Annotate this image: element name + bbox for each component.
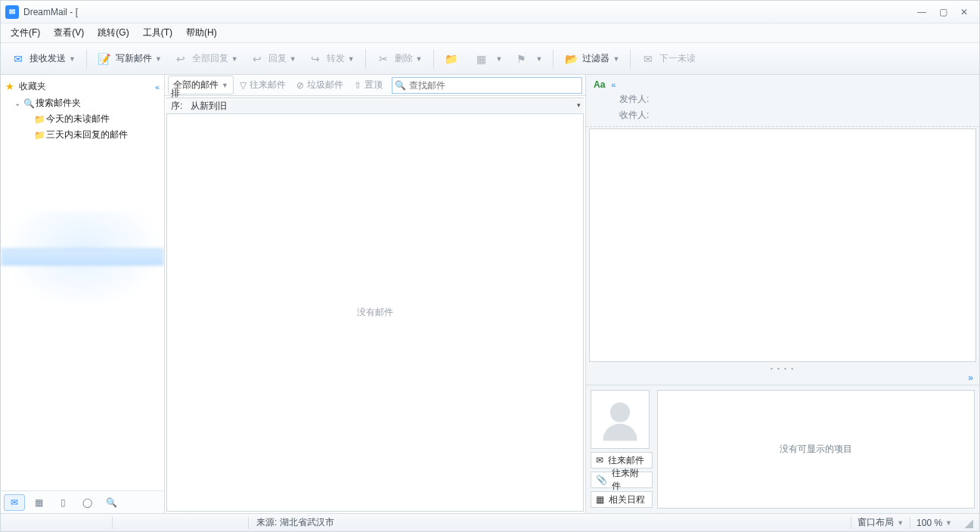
sidebar-tab-calendar[interactable]: ▦ bbox=[28, 494, 49, 511]
sendrecv-icon: ✉ bbox=[10, 51, 26, 67]
filter-button[interactable]: 📂 过滤器 ▼ bbox=[558, 47, 624, 71]
search-folders-node[interactable]: ⌄ 🔍 搜索邮件夹 bbox=[1, 95, 164, 111]
dropdown-icon: ▼ bbox=[69, 55, 76, 63]
main-body: ★ 收藏夹 « ⌄ 🔍 搜索邮件夹 📁 今天的未读邮件 📁 三天内未回复的邮件 bbox=[1, 75, 979, 513]
zoom-button[interactable]: 100 %▼ bbox=[910, 517, 958, 529]
close-button[interactable]: ✕ bbox=[954, 5, 975, 20]
window-title: DreamMail - [ bbox=[23, 7, 78, 17]
sidebar-tabs: ✉ ▦ ▯ ◯ 🔍 bbox=[1, 490, 164, 513]
toolbar-separator bbox=[433, 49, 434, 69]
sort-order[interactable]: 从新到旧 ▾ bbox=[191, 100, 584, 113]
delete-label: 删除 bbox=[395, 52, 413, 65]
reply-button[interactable]: ↩ 回复 ▼ bbox=[244, 47, 301, 71]
move-button[interactable]: 📁 bbox=[439, 47, 467, 71]
categorize-button[interactable]: ▦▼ bbox=[469, 47, 507, 71]
preview-body bbox=[589, 128, 976, 362]
preview-pane: Aa « 发件人: 收件人: • • • • » ✉往来邮件 📎往来附件 ▦相关… bbox=[586, 75, 979, 513]
contact-avatar bbox=[591, 390, 650, 449]
collapse-header-icon[interactable]: « bbox=[611, 80, 616, 89]
menu-go[interactable]: 跳转(G) bbox=[91, 24, 135, 42]
today-unread-folder[interactable]: 📁 今天的未读邮件 bbox=[1, 111, 164, 127]
dropdown-icon: ▼ bbox=[231, 55, 238, 63]
contact-tab-attach-label: 往来附件 bbox=[612, 467, 647, 493]
nextunread-button[interactable]: ✉ 下一未读 bbox=[635, 47, 700, 71]
category-icon: ▦ bbox=[473, 51, 490, 67]
funnel-icon: ▽ bbox=[240, 80, 247, 91]
maximize-button[interactable]: ▢ bbox=[932, 5, 954, 20]
dropdown-icon: ▼ bbox=[496, 55, 503, 63]
status-bar: 来源: 湖北省武汉市 窗口布局▼ 100 %▼ bbox=[1, 513, 979, 531]
dropdown-icon: ▼ bbox=[155, 55, 162, 63]
contact-tab-mail-label: 往来邮件 bbox=[608, 454, 644, 467]
app-window: ✉ DreamMail - [ — ▢ ✕ 文件(F) 查看(V) 跳转(G) … bbox=[0, 0, 980, 532]
pin-filter[interactable]: ⇧置顶 bbox=[349, 76, 387, 94]
reply-label: 回复 bbox=[268, 52, 287, 65]
favorites-header[interactable]: ★ 收藏夹 « bbox=[1, 78, 164, 95]
exchange-filter[interactable]: ▽往来邮件 bbox=[235, 76, 290, 94]
resize-grip[interactable] bbox=[963, 518, 973, 528]
font-size-icon[interactable]: Aa bbox=[594, 79, 605, 90]
search-icon: 🔍 bbox=[392, 80, 409, 91]
search-box[interactable]: 🔍 bbox=[392, 77, 582, 94]
replyall-button[interactable]: ↩ 全部回复 ▼ bbox=[168, 47, 243, 71]
dropdown-icon: ▼ bbox=[416, 55, 423, 63]
collapse-icon[interactable]: « bbox=[155, 82, 160, 91]
contact-tab-attach[interactable]: 📎往来附件 bbox=[591, 472, 653, 488]
replyall-label: 全部回复 bbox=[192, 52, 228, 65]
nextunread-icon: ✉ bbox=[640, 51, 656, 67]
junk-icon: ⊘ bbox=[296, 80, 304, 91]
sidebar-tab-web[interactable]: ◯ bbox=[76, 494, 98, 511]
exchange-label: 往来邮件 bbox=[250, 79, 286, 91]
splitter-horizontal[interactable]: • • • • bbox=[586, 365, 979, 371]
contact-tab-calendar[interactable]: ▦相关日程 bbox=[591, 491, 653, 508]
related-content: 没有可显示的项目 bbox=[657, 390, 975, 509]
forward-button[interactable]: ↪ 转发 ▼ bbox=[302, 47, 359, 71]
calendar-icon: ▦ bbox=[596, 494, 604, 505]
delete-icon: ✂ bbox=[375, 51, 392, 67]
folder-sidebar: ★ 收藏夹 « ⌄ 🔍 搜索邮件夹 📁 今天的未读邮件 📁 三天内未回复的邮件 bbox=[1, 75, 165, 513]
toolbar-separator bbox=[553, 49, 554, 69]
zoom-label: 100 % bbox=[916, 518, 942, 528]
layout-button[interactable]: 窗口布局▼ bbox=[851, 517, 910, 529]
delete-button[interactable]: ✂ 删除 ▼ bbox=[371, 47, 427, 71]
folder-icon: 📁 bbox=[33, 130, 46, 141]
status-source: 来源: 湖北省武汉市 bbox=[249, 517, 342, 529]
contact-tab-mail[interactable]: ✉往来邮件 bbox=[591, 452, 653, 469]
sidebar-tab-mail[interactable]: ✉ bbox=[4, 494, 25, 511]
pin-label: 置顶 bbox=[364, 79, 383, 91]
related-pane: ✉往来邮件 📎往来附件 ▦相关日程 没有可显示的项目 bbox=[586, 385, 979, 513]
search-folders-label: 搜索邮件夹 bbox=[36, 97, 81, 110]
filter-bar: 全部的邮件 ▼ ▽往来邮件 ⊘垃圾邮件 ⇧置顶 🔍 bbox=[165, 75, 585, 96]
related-empty-label: 没有可显示的项目 bbox=[780, 443, 852, 456]
menu-help[interactable]: 帮助(H) bbox=[179, 24, 224, 42]
forward-label: 转发 bbox=[327, 52, 345, 65]
contact-column: ✉往来邮件 📎往来附件 ▦相关日程 bbox=[591, 390, 653, 509]
sendrecv-button[interactable]: ✉ 接收发送 ▼ bbox=[5, 47, 80, 71]
replyall-icon: ↩ bbox=[172, 51, 189, 67]
contact-tab-cal-label: 相关日程 bbox=[609, 493, 645, 506]
compose-button[interactable]: 📝 写新邮件 ▼ bbox=[91, 47, 166, 71]
expand-related-icon[interactable]: » bbox=[962, 371, 979, 385]
menu-tools[interactable]: 工具(T) bbox=[136, 24, 179, 42]
dropdown-icon: ▾ bbox=[577, 101, 581, 109]
junk-filter[interactable]: ⊘垃圾邮件 bbox=[292, 76, 348, 94]
sort-bar[interactable]: 排序: 时间 从新到旧 ▾ bbox=[166, 97, 584, 114]
three-day-noreply-folder[interactable]: 📁 三天内未回复的邮件 bbox=[1, 127, 164, 143]
pin-icon: ⇧ bbox=[354, 80, 361, 91]
sidebar-tab-notes[interactable]: ▯ bbox=[52, 494, 73, 511]
search-input[interactable] bbox=[409, 78, 581, 93]
expand-icon[interactable]: ⌄ bbox=[13, 99, 22, 107]
minimize-button[interactable]: — bbox=[911, 5, 932, 20]
folder-icon: 📁 bbox=[33, 114, 46, 125]
menu-file[interactable]: 文件(F) bbox=[4, 24, 47, 42]
sidebar-tab-search[interactable]: 🔍 bbox=[101, 494, 122, 511]
toolbar-separator bbox=[365, 49, 366, 69]
dropdown-icon: ▼ bbox=[222, 82, 228, 89]
main-toolbar: ✉ 接收发送 ▼ 📝 写新邮件 ▼ ↩ 全部回复 ▼ ↩ 回复 ▼ ↪ 转发 ▼… bbox=[1, 43, 979, 75]
three-day-noreply-label: 三天内未回复的邮件 bbox=[46, 128, 128, 141]
status-seg-2 bbox=[113, 517, 249, 529]
flag-button[interactable]: ⚑▼ bbox=[508, 47, 547, 71]
favorites-label: 收藏夹 bbox=[19, 80, 46, 93]
header-divider bbox=[586, 126, 979, 127]
menu-view[interactable]: 查看(V) bbox=[47, 24, 91, 42]
